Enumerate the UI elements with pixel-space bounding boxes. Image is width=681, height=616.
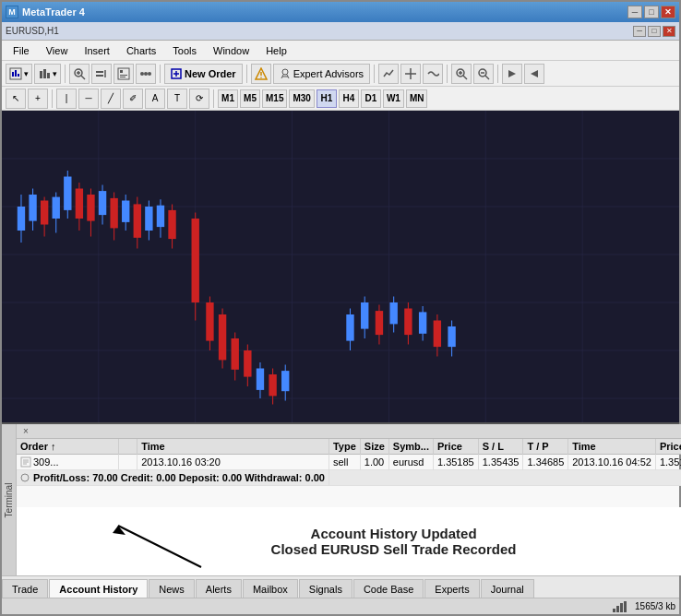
properties-btn[interactable]	[91, 64, 112, 84]
cell-order: 309...	[17, 455, 119, 469]
svg-rect-84	[192, 219, 199, 302]
svg-rect-68	[87, 195, 94, 221]
menu-charts[interactable]: Charts	[119, 43, 163, 58]
separator3	[246, 65, 247, 83]
col-open-time[interactable]: Time	[137, 439, 329, 455]
scroll-left-btn[interactable]	[524, 64, 544, 84]
mdi-controls: ─ □ ✕	[633, 26, 675, 37]
close-button[interactable]: ✕	[661, 6, 675, 18]
tf-m15[interactable]: M15	[262, 89, 287, 108]
period-sep-btn[interactable]	[136, 64, 156, 84]
fibonacci-tool[interactable]: ⟳	[189, 89, 209, 109]
tab-mailbox[interactable]: Mailbox	[243, 579, 298, 598]
zoom-in-btn[interactable]	[451, 64, 472, 84]
new-chart-btn[interactable]: ▾	[6, 64, 32, 84]
new-order-button[interactable]: New Order	[164, 64, 243, 84]
menu-window[interactable]: Window	[206, 43, 257, 58]
title-bar: M MetaTrader 4 ─ □ ✕	[2, 2, 679, 22]
table-header-row: Order ↑ Time Type Size Symb... Price S /…	[17, 439, 681, 455]
maximize-button[interactable]: □	[644, 6, 659, 18]
chart-area[interactable]	[2, 111, 679, 422]
expert-advisors-button[interactable]: Expert Advisors	[273, 64, 370, 84]
trade-table-container[interactable]: Order ↑ Time Type Size Symb... Price S /…	[17, 439, 681, 507]
indicator1-btn[interactable]	[378, 64, 399, 84]
svg-rect-4	[40, 71, 42, 78]
tab-signals[interactable]: Signals	[299, 579, 352, 598]
vertical-line-tool[interactable]: |	[56, 89, 77, 109]
mdi-minimize[interactable]: ─	[633, 26, 646, 37]
col-symbol[interactable]: Symb...	[388, 439, 433, 455]
tab-experts[interactable]: Experts	[424, 579, 479, 598]
svg-rect-11	[96, 71, 103, 73]
col-type[interactable]: Type	[329, 439, 360, 455]
svg-point-18	[140, 72, 144, 76]
cell-tp: 1.34685	[523, 455, 568, 470]
price-chart	[2, 111, 679, 422]
trend-line-tool[interactable]: ╱	[101, 89, 121, 109]
mdi-close[interactable]: ✕	[663, 26, 675, 37]
terminal-close[interactable]: ×	[20, 426, 31, 437]
tf-w1[interactable]: W1	[383, 89, 404, 108]
scroll-right-btn[interactable]	[502, 64, 522, 84]
col-price[interactable]: Price	[433, 439, 478, 455]
text2-tool[interactable]: T	[167, 89, 187, 109]
tf-h1[interactable]: H1	[317, 89, 337, 108]
annotation-arrow	[109, 516, 220, 572]
tf-m30[interactable]: M30	[289, 89, 314, 108]
svg-rect-80	[157, 206, 164, 227]
tf-m5[interactable]: M5	[240, 89, 260, 108]
tab-trade[interactable]: Trade	[2, 579, 48, 598]
col-close-price[interactable]: Price	[655, 439, 681, 455]
app-icon: M	[6, 6, 18, 18]
tab-alerts[interactable]: Alerts	[196, 579, 242, 598]
svg-rect-114	[448, 326, 455, 347]
col-tp[interactable]: T / P	[523, 439, 568, 455]
cell-symbol: eurusd	[388, 455, 433, 470]
horizontal-line-tool[interactable]: ─	[78, 89, 99, 109]
tab-journal[interactable]: Journal	[481, 579, 534, 598]
tab-codebase[interactable]: Code Base	[353, 579, 424, 598]
annotation-text: Account History Updated Closed EURUSD Se…	[271, 526, 517, 557]
svg-rect-58	[29, 195, 36, 221]
main-window: M MetaTrader 4 ─ □ ✕ EURUSD,H1 ─ □ ✕ Fil…	[0, 0, 681, 616]
col-size[interactable]: Size	[360, 439, 388, 455]
template-btn[interactable]	[114, 64, 134, 84]
menu-help[interactable]: Help	[258, 43, 294, 58]
indicator3-btn[interactable]	[423, 64, 443, 84]
annotation-line1: Account History Updated	[271, 526, 517, 541]
col-sl[interactable]: S / L	[478, 439, 523, 455]
menu-insert[interactable]: Insert	[77, 43, 117, 58]
status-right: 1565/3 kb	[613, 601, 675, 612]
col-close-time[interactable]: Time	[568, 439, 656, 455]
zoom-in-indicator-btn[interactable]	[69, 64, 90, 84]
tf-h4[interactable]: H4	[339, 89, 359, 108]
menu-file[interactable]: File	[6, 43, 37, 58]
svg-rect-112	[434, 321, 441, 348]
cursor-tool[interactable]: ↖	[6, 89, 26, 109]
svg-rect-106	[389, 302, 397, 324]
chart-type-btn[interactable]: ▾	[34, 64, 61, 84]
draw-tool[interactable]: ✐	[123, 89, 143, 109]
menu-view[interactable]: View	[39, 43, 76, 58]
terminal-side-label: Terminal	[2, 424, 17, 575]
mdi-maximize[interactable]: □	[648, 26, 661, 37]
summary-row: Profit/Loss: 70.00 Credit: 0.00 Deposit:…	[17, 470, 681, 486]
svg-rect-92	[244, 350, 251, 377]
crosshair-tool[interactable]: +	[28, 89, 48, 109]
text-tool[interactable]: A	[145, 89, 165, 109]
col-order[interactable]: Order ↑	[17, 439, 119, 455]
minimize-button[interactable]: ─	[627, 6, 642, 18]
separator1	[65, 65, 66, 83]
tab-account-history[interactable]: Account History	[49, 579, 148, 598]
zoom-out-btn[interactable]	[473, 64, 494, 84]
indicator2-btn[interactable]	[400, 64, 421, 84]
tf-d1[interactable]: D1	[361, 89, 381, 108]
tf-m1[interactable]: M1	[218, 89, 238, 108]
svg-rect-122	[613, 609, 615, 612]
tf-mn[interactable]: MN	[406, 89, 428, 108]
terminal-content: × Order ↑ Time Type Size Symb...	[17, 424, 681, 575]
alert-icon-btn[interactable]	[251, 64, 271, 84]
tab-news[interactable]: News	[149, 579, 195, 598]
menu-tools[interactable]: Tools	[165, 43, 204, 58]
cell-size: 1.00	[360, 455, 388, 470]
